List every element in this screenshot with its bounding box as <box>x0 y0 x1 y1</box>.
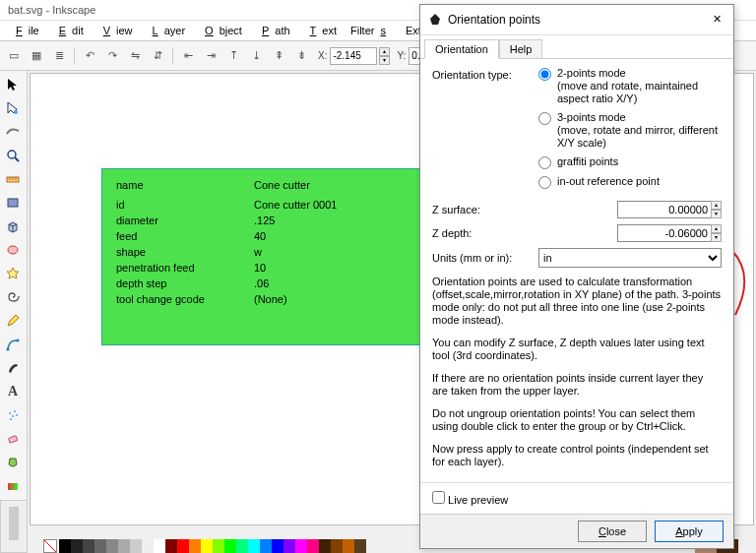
swatch[interactable] <box>248 539 260 553</box>
swatch[interactable] <box>295 539 307 553</box>
rect-tool-icon[interactable] <box>2 192 24 214</box>
swatch[interactable] <box>189 539 201 553</box>
live-preview-input[interactable] <box>432 491 445 504</box>
flip-h-icon[interactable]: ⇋ <box>125 46 145 66</box>
raise-icon[interactable]: ⤒ <box>223 46 243 66</box>
star-tool-icon[interactable] <box>2 263 24 284</box>
svg-line-2 <box>15 157 19 161</box>
gb-header-value: Cone cutter <box>254 179 310 191</box>
layers-icon[interactable]: ≣ <box>49 46 69 66</box>
swatch[interactable] <box>177 539 189 553</box>
spray-tool-icon[interactable] <box>2 404 24 426</box>
selector-tool-icon[interactable] <box>2 74 24 95</box>
z-depth-input[interactable] <box>617 224 712 242</box>
pencil-tool-icon[interactable] <box>2 310 24 332</box>
flip-v-icon[interactable]: ⇵ <box>148 46 167 66</box>
units-select[interactable]: in <box>538 248 722 268</box>
swatch[interactable] <box>106 539 118 553</box>
select-all-icon[interactable]: ▦ <box>27 46 46 66</box>
swatch[interactable] <box>354 539 366 553</box>
menu-path[interactable]: Path <box>250 23 296 38</box>
swatch[interactable] <box>130 539 142 553</box>
x-input[interactable] <box>330 47 377 65</box>
tab-orientation[interactable]: Orientation <box>424 39 499 59</box>
swatch[interactable] <box>272 539 284 553</box>
apply-button[interactable]: Apply <box>655 521 724 542</box>
swatch[interactable] <box>83 539 94 553</box>
swatch[interactable] <box>154 539 165 553</box>
units-label: Units (mm or in): <box>432 252 538 264</box>
gradient-tool-icon[interactable] <box>2 475 24 497</box>
radio-inout-input[interactable] <box>538 176 551 189</box>
swatch[interactable] <box>319 539 331 553</box>
lower-icon[interactable]: ⤓ <box>246 46 266 66</box>
radio-inout[interactable]: in-out reference point <box>538 175 722 189</box>
swatch[interactable] <box>142 539 154 553</box>
gb-row: penetration feed10 <box>116 260 421 276</box>
menu-text[interactable]: Text <box>298 23 343 38</box>
menu-object[interactable]: Object <box>193 23 248 38</box>
box3d-tool-icon[interactable] <box>2 215 24 237</box>
raise-top-icon[interactable]: ⇞ <box>269 46 288 66</box>
gb-row: tool change gcode(None) <box>116 291 421 307</box>
tab-help[interactable]: Help <box>499 39 543 58</box>
swatch[interactable] <box>343 539 354 553</box>
dialog-icon <box>428 13 442 27</box>
menu-edit[interactable]: Edit <box>47 23 90 38</box>
eraser-tool-icon[interactable] <box>2 428 24 450</box>
text-tool-icon[interactable]: A <box>2 381 24 402</box>
swatch[interactable] <box>59 539 71 553</box>
close-icon[interactable]: ✕ <box>708 11 725 29</box>
z-surface-spinner[interactable]: ▴▾ <box>711 201 722 218</box>
calligraphy-tool-icon[interactable] <box>2 357 24 379</box>
svg-point-1 <box>8 151 16 158</box>
z-surface-input[interactable] <box>617 201 712 218</box>
swatch[interactable] <box>118 539 130 553</box>
swatch[interactable] <box>165 539 177 553</box>
rotate-cw-icon[interactable]: ↷ <box>102 46 122 66</box>
align-right-icon[interactable]: ⇥ <box>201 46 220 66</box>
tweak-tool-icon[interactable] <box>2 121 24 143</box>
svg-point-13 <box>12 415 14 417</box>
menu-file[interactable]: File <box>4 23 45 38</box>
radio-2points-input[interactable] <box>538 68 551 81</box>
spiral-tool-icon[interactable] <box>2 286 24 308</box>
swatch[interactable] <box>201 539 213 553</box>
node-tool-icon[interactable] <box>2 97 24 119</box>
measure-tool-icon[interactable] <box>2 168 24 190</box>
radio-3points[interactable]: 3-points mode(move, rotate and mirror, d… <box>538 111 722 150</box>
new-doc-icon[interactable]: ▭ <box>4 46 24 66</box>
z-depth-spinner[interactable]: ▴▾ <box>711 224 722 242</box>
swatch[interactable] <box>224 539 236 553</box>
swatch[interactable] <box>331 539 343 553</box>
swatch[interactable] <box>71 539 83 553</box>
gb-row: shapew <box>116 244 421 260</box>
radio-3points-input[interactable] <box>538 112 551 125</box>
radio-graffiti[interactable]: graffiti points <box>538 155 722 169</box>
live-preview-checkbox[interactable]: Live preview <box>432 491 508 506</box>
swatch[interactable] <box>213 539 224 553</box>
rotate-ccw-icon[interactable]: ↶ <box>80 46 99 66</box>
zoom-tool-icon[interactable] <box>2 145 24 166</box>
swatch[interactable] <box>284 539 295 553</box>
orientation-type-label: Orientation type: <box>432 67 538 81</box>
radio-2points[interactable]: 2-points mode(move and rotate, maintaine… <box>538 67 722 105</box>
gb-row: depth step.06 <box>116 276 421 291</box>
lower-bottom-icon[interactable]: ⇟ <box>291 46 311 66</box>
x-spinner[interactable]: ▴▾ <box>379 47 390 65</box>
bezier-tool-icon[interactable] <box>2 334 24 355</box>
swatch[interactable] <box>236 539 248 553</box>
close-button[interactable]: Close <box>578 521 647 542</box>
ellipse-tool-icon[interactable] <box>2 239 24 261</box>
scroll-indicator[interactable] <box>0 500 28 553</box>
bucket-tool-icon[interactable] <box>2 452 24 473</box>
swatch[interactable] <box>94 539 106 553</box>
align-left-icon[interactable]: ⇤ <box>178 46 198 66</box>
radio-graffiti-input[interactable] <box>538 156 551 169</box>
swatch[interactable] <box>260 539 272 553</box>
swatch-none[interactable] <box>43 539 57 553</box>
menu-filters[interactable]: Filters <box>345 23 398 38</box>
menu-layer[interactable]: Layer <box>141 23 192 38</box>
swatch[interactable] <box>307 539 319 553</box>
menu-view[interactable]: View <box>92 23 139 38</box>
